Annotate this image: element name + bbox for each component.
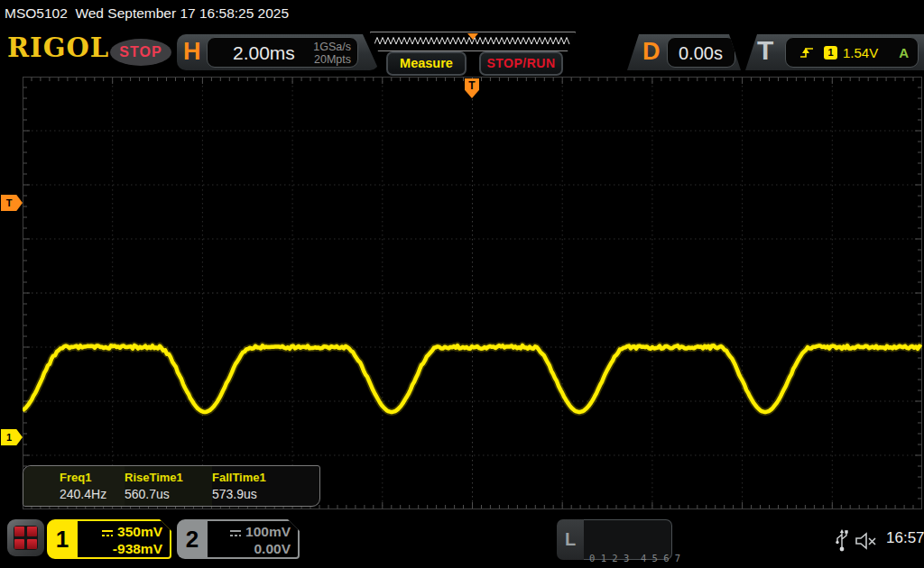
measurement-freq: Freq1 240.4Hz: [23, 466, 125, 506]
measure-button[interactable]: Measure: [386, 51, 467, 76]
horizontal-settings-panel[interactable]: H 2.00ms 1GSa/s 20Mpts: [177, 34, 379, 70]
measurement-falltime: FallTime1 573.9us: [212, 466, 283, 506]
measurement-results-panel[interactable]: Freq1 240.4Hz RiseTime1 560.7us FallTime…: [23, 465, 320, 507]
red-grid-icon: [14, 526, 38, 550]
measurement-value: 573.9us: [212, 487, 283, 501]
speaker-mute-icon: [855, 531, 878, 551]
timebase-display: 2.00ms 1GSa/s 20Mpts: [207, 37, 358, 68]
clock: 16:57: [886, 529, 924, 547]
channel1-offset: -938mV: [81, 540, 162, 557]
memory-depth: 20Mpts: [313, 53, 351, 66]
trigger-settings-panel[interactable]: T 1 1.54V A: [745, 34, 924, 70]
trigger-level-marker[interactable]: T: [1, 195, 23, 211]
rigol-logo: RIGOL: [7, 32, 109, 63]
header-bar: RIGOL STOP H 2.00ms 1GSa/s 20Mpts Measur…: [0, 27, 924, 77]
acquisition-status-badge: STOP: [110, 39, 171, 66]
waveform-trace: [23, 77, 922, 509]
channel2-scale: 100mV: [245, 524, 291, 539]
measurement-label: FallTime1: [212, 471, 283, 484]
stop-run-button[interactable]: STOP/RUN: [479, 51, 563, 76]
channel1-status-box[interactable]: 1 350mV -938mV: [47, 519, 171, 559]
trigger-mode-auto: A: [899, 45, 909, 60]
status-bar: MSO5102 Wed September 17 16:58:25 2025: [0, 0, 924, 27]
measurement-label: Freq1: [60, 471, 125, 484]
delay-label: D: [642, 38, 661, 66]
logic-row-1: 0 1 2 3 4 5 6 7: [589, 552, 671, 565]
logic-channel-numbers: 0 1 2 3 4 5 6 7 8 9 1011 12131415: [584, 519, 672, 560]
channel2-number: 2: [177, 519, 208, 559]
rising-edge-trigger-icon: [800, 45, 814, 60]
channel1-offset-marker[interactable]: 1: [1, 429, 23, 445]
measurement-value: 240.4Hz: [60, 487, 125, 501]
trigger-label: T: [757, 35, 773, 66]
delay-value: 0.00s: [679, 43, 723, 64]
channel1-scale: 350mV: [117, 524, 162, 539]
sample-rate: 1GSa/s: [313, 41, 351, 53]
logic-channels-box[interactable]: L 0 1 2 3 4 5 6 7 8 9 1011 12131415: [557, 519, 672, 560]
channel-status-bar: 1 350mV -938mV 2 100mV 0.00V L 0 1 2 3 4…: [0, 514, 924, 568]
channel2-offset: 0.00V: [211, 540, 291, 557]
measurement-risetime: RiseTime1 560.7us: [125, 466, 212, 506]
measurement-label: RiseTime1: [125, 471, 212, 484]
dc-coupling-icon: [229, 528, 243, 537]
trigger-level-value: 1.54V: [843, 45, 878, 60]
horizontal-label: H: [183, 38, 201, 66]
logic-label: L: [557, 519, 584, 560]
record-preview-waveform: [371, 32, 575, 50]
trigger-display: 1 1.54V A: [785, 37, 919, 68]
usb-icon: [835, 528, 849, 553]
trigger-source-chip: 1: [824, 46, 837, 60]
dc-coupling-icon: [101, 528, 115, 537]
delay-settings-panel[interactable]: D 0.00s: [627, 34, 741, 70]
measurement-value: 560.7us: [125, 487, 212, 501]
channel1-number: 1: [47, 519, 78, 559]
acquisition-rates: 1GSa/s 20Mpts: [313, 41, 351, 66]
channel2-status-box[interactable]: 2 100mV 0.00V: [177, 519, 300, 559]
timebase-value: 2.00ms: [233, 42, 295, 64]
waveform-record-preview[interactable]: [370, 32, 576, 51]
graticule-display: T T 1 Freq1 240.4Hz RiseTime1 560.7us Fa…: [23, 77, 922, 509]
delay-display: 0.00s: [667, 37, 735, 68]
apps-grid-icon[interactable]: [7, 519, 44, 556]
